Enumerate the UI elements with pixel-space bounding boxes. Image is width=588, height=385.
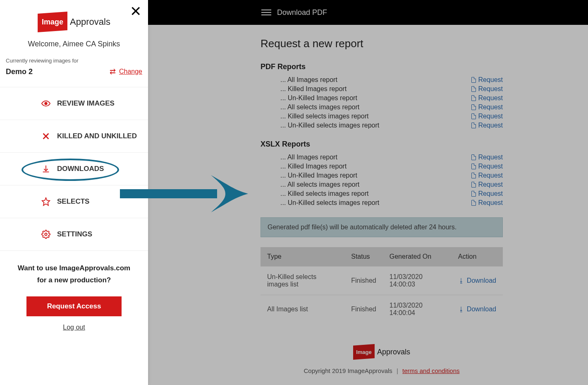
nav-killed-unkilled[interactable]: KILLED AND UNKILLED xyxy=(0,120,148,153)
logo-text: Approvals xyxy=(377,348,410,356)
report-name: Killed selects images report xyxy=(280,190,368,197)
pdf-section-title: PDF Reports xyxy=(261,63,503,71)
table-cell: All Images list xyxy=(261,295,344,324)
request-link[interactable]: Request xyxy=(471,154,503,161)
nav-label: KILLED AND UNKILLED xyxy=(57,132,137,140)
report-name: All Images report xyxy=(280,154,337,161)
report-row: Un-Killed selects images reportRequest xyxy=(280,121,503,130)
report-row: Killed selects images reportRequest xyxy=(280,189,503,198)
nav-review-images[interactable]: REVIEW IMAGES xyxy=(0,87,148,120)
nav-label: REVIEW IMAGES xyxy=(57,99,115,108)
download-link[interactable]: ⭳Download xyxy=(458,306,496,313)
nav-downloads[interactable]: DOWNLOADS xyxy=(0,153,148,185)
request-link[interactable]: Request xyxy=(471,113,503,120)
request-access-button[interactable]: Request Access xyxy=(26,296,122,316)
request-link[interactable]: Request xyxy=(471,122,503,129)
nav-label: SETTINGS xyxy=(57,230,92,238)
logo-text: Approvals xyxy=(70,17,110,27)
report-row: Un-Killed Images reportRequest xyxy=(280,171,503,180)
nav: REVIEW IMAGES KILLED AND UNKILLED DOWNLO… xyxy=(0,87,148,251)
report-name: Un-Killed Images report xyxy=(280,94,357,102)
file-icon xyxy=(471,182,476,188)
svg-point-0 xyxy=(45,102,47,105)
xlsx-report-list: All Images reportRequestKilled Images re… xyxy=(261,153,503,207)
logo: Image Approvals xyxy=(0,0,148,35)
file-icon xyxy=(471,113,476,119)
file-icon xyxy=(471,191,476,197)
table-cell: 11/03/2020 14:00:03 xyxy=(383,267,452,295)
star-icon xyxy=(41,197,50,206)
report-row: Un-Killed Images reportRequest xyxy=(280,94,503,103)
report-row: All Images reportRequest xyxy=(280,75,503,84)
report-name: Killed Images report xyxy=(280,163,347,170)
report-row: Killed selects images reportRequest xyxy=(280,112,503,121)
table-row: All Images listFinished11/03/2020 14:00:… xyxy=(261,295,503,324)
file-icon xyxy=(471,77,476,83)
hamburger-icon[interactable] xyxy=(261,10,271,15)
report-row: All Images reportRequest xyxy=(280,153,503,162)
report-name: All selects images report xyxy=(280,181,359,188)
close-icon[interactable]: ✕ xyxy=(130,4,141,18)
topbar: Download PDF xyxy=(148,0,588,25)
table-header: Status xyxy=(344,247,382,267)
table-cell: Finished xyxy=(344,267,382,295)
topbar-title: Download PDF xyxy=(277,8,327,17)
report-name: Un-Killed Images report xyxy=(280,172,357,179)
copyright-text: Copyright 2019 ImageApprovals xyxy=(304,367,392,374)
content: Request a new report PDF Reports All Ima… xyxy=(148,25,588,374)
file-icon xyxy=(471,95,476,101)
table-cell: Un-Killed selects images list xyxy=(261,267,344,295)
report-row: Killed Images reportRequest xyxy=(280,84,503,94)
request-link[interactable]: Request xyxy=(471,199,503,207)
request-link[interactable]: Request xyxy=(471,181,503,188)
download-link[interactable]: ⭳Download xyxy=(458,277,496,284)
request-link[interactable]: Request xyxy=(471,103,503,111)
request-link[interactable]: Request xyxy=(471,76,503,84)
request-link[interactable]: Request xyxy=(471,85,503,93)
copyright: Copyright 2019 ImageApprovals | terms an… xyxy=(261,367,503,374)
nav-label: DOWNLOADS xyxy=(57,165,104,173)
logo-mark: Image xyxy=(353,344,375,360)
file-icon xyxy=(471,86,476,92)
file-icon xyxy=(471,154,476,160)
svg-point-4 xyxy=(45,233,47,236)
svg-marker-3 xyxy=(42,198,50,205)
nav-label: SELECTS xyxy=(57,197,89,206)
table-cell: 11/03/2020 14:00:04 xyxy=(383,295,452,324)
report-name: Killed selects images report xyxy=(280,113,368,120)
request-link[interactable]: Request xyxy=(471,163,503,170)
pdf-report-list: All Images reportRequestKilled Images re… xyxy=(261,75,503,130)
generated-table: TypeStatusGenerated OnAction Un-Killed s… xyxy=(261,247,503,323)
request-link[interactable]: Request xyxy=(471,172,503,179)
download-icon xyxy=(41,164,50,173)
page-heading: Request a new report xyxy=(261,37,503,50)
request-link[interactable]: Request xyxy=(471,190,503,197)
report-name: All selects images report xyxy=(280,103,359,111)
request-link[interactable]: Request xyxy=(471,94,503,102)
report-name: Killed Images report xyxy=(280,85,347,93)
change-link[interactable]: Change xyxy=(119,68,142,75)
download-icon: ⭳ xyxy=(458,306,464,313)
logout-link[interactable]: Log out xyxy=(0,324,148,331)
separator: | xyxy=(397,367,398,374)
production-name: Demo 2 xyxy=(6,67,33,76)
sidebar: ✕ Image Approvals Welcome, Aimee CA Spin… xyxy=(0,0,148,385)
nav-settings[interactable]: SETTINGS xyxy=(0,218,148,251)
nav-selects[interactable]: SELECTS xyxy=(0,185,148,218)
table-cell: ⭳Download xyxy=(452,267,503,295)
download-icon: ⭳ xyxy=(458,277,464,284)
table-header: Action xyxy=(452,247,503,267)
file-icon xyxy=(471,173,476,178)
table-cell: Finished xyxy=(344,295,382,324)
table-header: Generated On xyxy=(383,247,452,267)
reviewing-label: Currently reviewing images for xyxy=(0,58,148,64)
report-name: All Images report xyxy=(280,76,337,84)
cta-line1: Want to use ImageApprovals.com xyxy=(8,262,140,274)
report-row: Killed Images reportRequest xyxy=(280,162,503,171)
eye-icon xyxy=(41,99,50,108)
table-header: Type xyxy=(261,247,344,267)
file-icon xyxy=(471,164,476,169)
cta-text: Want to use ImageApprovals.com for a new… xyxy=(0,251,148,291)
production-row: Demo 2 ⇄ Change xyxy=(0,64,148,87)
terms-link[interactable]: terms and conditions xyxy=(402,367,459,374)
